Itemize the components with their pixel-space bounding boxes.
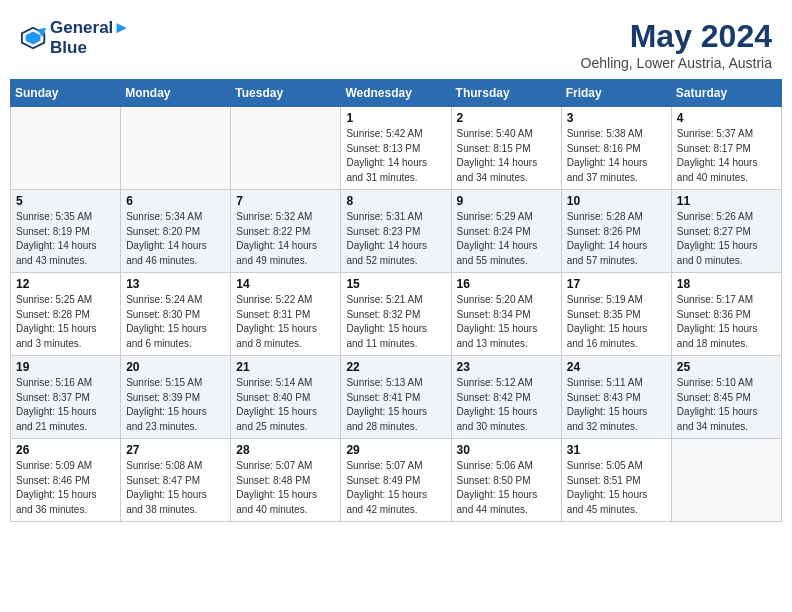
calendar-cell: 5Sunrise: 5:35 AMSunset: 8:19 PMDaylight… [11,190,121,273]
calendar-cell: 8Sunrise: 5:31 AMSunset: 8:23 PMDaylight… [341,190,451,273]
logo-icon [20,24,48,52]
day-number: 26 [16,443,115,457]
day-info: Sunrise: 5:31 AMSunset: 8:23 PMDaylight:… [346,210,445,268]
day-info: Sunrise: 5:10 AMSunset: 8:45 PMDaylight:… [677,376,776,434]
day-number: 9 [457,194,556,208]
calendar-cell [121,107,231,190]
calendar-cell: 10Sunrise: 5:28 AMSunset: 8:26 PMDayligh… [561,190,671,273]
calendar-cell: 3Sunrise: 5:38 AMSunset: 8:16 PMDaylight… [561,107,671,190]
weekday-header-wednesday: Wednesday [341,80,451,107]
calendar-cell: 23Sunrise: 5:12 AMSunset: 8:42 PMDayligh… [451,356,561,439]
day-number: 13 [126,277,225,291]
day-info: Sunrise: 5:42 AMSunset: 8:13 PMDaylight:… [346,127,445,185]
day-info: Sunrise: 5:12 AMSunset: 8:42 PMDaylight:… [457,376,556,434]
calendar-cell: 9Sunrise: 5:29 AMSunset: 8:24 PMDaylight… [451,190,561,273]
day-number: 10 [567,194,666,208]
day-info: Sunrise: 5:08 AMSunset: 8:47 PMDaylight:… [126,459,225,517]
page-header: General► Blue May 2024 Oehling, Lower Au… [10,10,782,75]
calendar-cell: 29Sunrise: 5:07 AMSunset: 8:49 PMDayligh… [341,439,451,522]
day-info: Sunrise: 5:35 AMSunset: 8:19 PMDaylight:… [16,210,115,268]
day-info: Sunrise: 5:32 AMSunset: 8:22 PMDaylight:… [236,210,335,268]
logo: General► Blue [20,18,130,57]
weekday-header-saturday: Saturday [671,80,781,107]
day-info: Sunrise: 5:28 AMSunset: 8:26 PMDaylight:… [567,210,666,268]
calendar-cell [11,107,121,190]
day-number: 12 [16,277,115,291]
calendar-cell: 18Sunrise: 5:17 AMSunset: 8:36 PMDayligh… [671,273,781,356]
calendar-week-3: 12Sunrise: 5:25 AMSunset: 8:28 PMDayligh… [11,273,782,356]
day-info: Sunrise: 5:09 AMSunset: 8:46 PMDaylight:… [16,459,115,517]
day-info: Sunrise: 5:13 AMSunset: 8:41 PMDaylight:… [346,376,445,434]
day-info: Sunrise: 5:15 AMSunset: 8:39 PMDaylight:… [126,376,225,434]
day-number: 23 [457,360,556,374]
day-number: 3 [567,111,666,125]
calendar-cell [671,439,781,522]
day-number: 6 [126,194,225,208]
weekday-header-row: SundayMondayTuesdayWednesdayThursdayFrid… [11,80,782,107]
day-info: Sunrise: 5:24 AMSunset: 8:30 PMDaylight:… [126,293,225,351]
day-number: 7 [236,194,335,208]
day-info: Sunrise: 5:26 AMSunset: 8:27 PMDaylight:… [677,210,776,268]
calendar-cell: 28Sunrise: 5:07 AMSunset: 8:48 PMDayligh… [231,439,341,522]
calendar-cell: 1Sunrise: 5:42 AMSunset: 8:13 PMDaylight… [341,107,451,190]
weekday-header-sunday: Sunday [11,80,121,107]
calendar-cell: 22Sunrise: 5:13 AMSunset: 8:41 PMDayligh… [341,356,451,439]
day-number: 19 [16,360,115,374]
calendar-cell: 26Sunrise: 5:09 AMSunset: 8:46 PMDayligh… [11,439,121,522]
day-info: Sunrise: 5:29 AMSunset: 8:24 PMDaylight:… [457,210,556,268]
calendar-cell: 21Sunrise: 5:14 AMSunset: 8:40 PMDayligh… [231,356,341,439]
calendar-cell: 6Sunrise: 5:34 AMSunset: 8:20 PMDaylight… [121,190,231,273]
calendar-cell: 20Sunrise: 5:15 AMSunset: 8:39 PMDayligh… [121,356,231,439]
calendar-cell: 24Sunrise: 5:11 AMSunset: 8:43 PMDayligh… [561,356,671,439]
calendar-week-4: 19Sunrise: 5:16 AMSunset: 8:37 PMDayligh… [11,356,782,439]
day-info: Sunrise: 5:14 AMSunset: 8:40 PMDaylight:… [236,376,335,434]
day-info: Sunrise: 5:17 AMSunset: 8:36 PMDaylight:… [677,293,776,351]
month-title: May 2024 [581,18,772,55]
calendar-cell: 13Sunrise: 5:24 AMSunset: 8:30 PMDayligh… [121,273,231,356]
day-info: Sunrise: 5:22 AMSunset: 8:31 PMDaylight:… [236,293,335,351]
calendar-cell: 25Sunrise: 5:10 AMSunset: 8:45 PMDayligh… [671,356,781,439]
day-number: 22 [346,360,445,374]
day-info: Sunrise: 5:11 AMSunset: 8:43 PMDaylight:… [567,376,666,434]
calendar-cell: 16Sunrise: 5:20 AMSunset: 8:34 PMDayligh… [451,273,561,356]
calendar-week-2: 5Sunrise: 5:35 AMSunset: 8:19 PMDaylight… [11,190,782,273]
weekday-header-monday: Monday [121,80,231,107]
day-info: Sunrise: 5:06 AMSunset: 8:50 PMDaylight:… [457,459,556,517]
day-number: 14 [236,277,335,291]
calendar-cell: 15Sunrise: 5:21 AMSunset: 8:32 PMDayligh… [341,273,451,356]
day-number: 15 [346,277,445,291]
day-number: 17 [567,277,666,291]
day-number: 1 [346,111,445,125]
day-info: Sunrise: 5:25 AMSunset: 8:28 PMDaylight:… [16,293,115,351]
day-number: 2 [457,111,556,125]
day-info: Sunrise: 5:19 AMSunset: 8:35 PMDaylight:… [567,293,666,351]
calendar-week-1: 1Sunrise: 5:42 AMSunset: 8:13 PMDaylight… [11,107,782,190]
day-info: Sunrise: 5:07 AMSunset: 8:49 PMDaylight:… [346,459,445,517]
logo-text: General► Blue [50,18,130,57]
day-number: 24 [567,360,666,374]
weekday-header-tuesday: Tuesday [231,80,341,107]
day-info: Sunrise: 5:21 AMSunset: 8:32 PMDaylight:… [346,293,445,351]
day-number: 27 [126,443,225,457]
day-info: Sunrise: 5:20 AMSunset: 8:34 PMDaylight:… [457,293,556,351]
calendar-cell: 17Sunrise: 5:19 AMSunset: 8:35 PMDayligh… [561,273,671,356]
calendar-cell [231,107,341,190]
day-info: Sunrise: 5:34 AMSunset: 8:20 PMDaylight:… [126,210,225,268]
calendar-cell: 12Sunrise: 5:25 AMSunset: 8:28 PMDayligh… [11,273,121,356]
calendar-cell: 19Sunrise: 5:16 AMSunset: 8:37 PMDayligh… [11,356,121,439]
calendar-cell: 7Sunrise: 5:32 AMSunset: 8:22 PMDaylight… [231,190,341,273]
calendar-cell: 4Sunrise: 5:37 AMSunset: 8:17 PMDaylight… [671,107,781,190]
day-info: Sunrise: 5:07 AMSunset: 8:48 PMDaylight:… [236,459,335,517]
day-number: 18 [677,277,776,291]
day-info: Sunrise: 5:16 AMSunset: 8:37 PMDaylight:… [16,376,115,434]
day-info: Sunrise: 5:40 AMSunset: 8:15 PMDaylight:… [457,127,556,185]
day-number: 31 [567,443,666,457]
day-info: Sunrise: 5:38 AMSunset: 8:16 PMDaylight:… [567,127,666,185]
calendar-cell: 27Sunrise: 5:08 AMSunset: 8:47 PMDayligh… [121,439,231,522]
weekday-header-thursday: Thursday [451,80,561,107]
day-number: 20 [126,360,225,374]
calendar-cell: 14Sunrise: 5:22 AMSunset: 8:31 PMDayligh… [231,273,341,356]
title-block: May 2024 Oehling, Lower Austria, Austria [581,18,772,71]
day-number: 16 [457,277,556,291]
calendar-cell: 30Sunrise: 5:06 AMSunset: 8:50 PMDayligh… [451,439,561,522]
